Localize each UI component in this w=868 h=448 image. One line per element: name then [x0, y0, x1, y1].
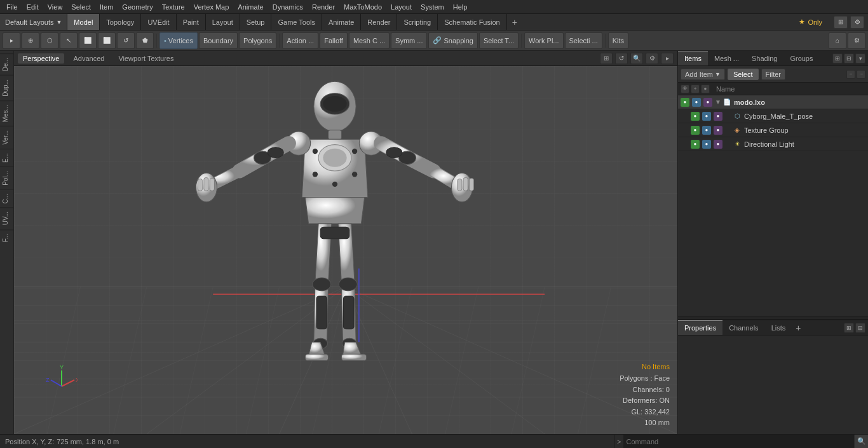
item-vis-modo3[interactable]: ● — [703, 98, 712, 107]
items-tab-mesh[interactable]: Mesh ... — [708, 51, 745, 65]
item-vis-texture[interactable]: ● — [691, 126, 700, 135]
props-tab-channels[interactable]: Channels — [722, 320, 764, 335]
menu-layout[interactable]: Layout — [387, 2, 416, 12]
list-item[interactable]: ● ● ● ⬡ Cyborg_Male_T_pose — [678, 109, 868, 123]
menu-system[interactable]: System — [417, 2, 448, 12]
menu-maxtomodo[interactable]: MaxToModo — [340, 2, 386, 12]
props-tab-properties[interactable]: Properties — [678, 320, 722, 335]
layout-tab-scripting[interactable]: Scripting — [397, 14, 438, 30]
toolbar-play-icon[interactable]: ▸ — [3, 32, 20, 49]
filter-button[interactable]: Filter — [761, 69, 785, 80]
toolbar-transform-icon[interactable]: ↖ — [60, 32, 78, 49]
viewport-zoom-icon[interactable]: 🔍 — [630, 53, 643, 64]
menu-select[interactable]: Select — [67, 2, 95, 12]
menu-item[interactable]: Item — [96, 2, 117, 12]
layout-tab-animate[interactable]: Animate — [322, 14, 361, 30]
action-btn[interactable]: Action ... — [282, 32, 318, 49]
viewport-canvas[interactable]: X Y Z No Items Polygons : Face Channels:… — [14, 66, 677, 434]
symm-btn[interactable]: Symm ... — [391, 32, 427, 49]
toolbar-home-icon[interactable]: ⌂ — [829, 32, 846, 49]
items-more-icon[interactable]: ▾ — [855, 53, 865, 64]
items-shrink-icon[interactable]: ⊟ — [844, 53, 854, 64]
col-render-icon[interactable]: ● — [701, 85, 710, 93]
items-minus-icon[interactable]: − — [846, 70, 855, 79]
toolbar-grid-icon[interactable]: ⊕ — [22, 32, 39, 49]
toolbar-select-icon[interactable]: ⬡ — [41, 32, 58, 49]
left-tab-e[interactable]: E... — [0, 149, 13, 166]
viewport-fit-icon[interactable]: ⊞ — [600, 53, 613, 64]
items-tab-groups[interactable]: Groups — [783, 51, 819, 65]
viewport-tab-textures[interactable]: Viewport Textures — [113, 53, 179, 64]
item-vis-texture3[interactable]: ● — [714, 126, 722, 135]
layout-tab-render[interactable]: Render — [361, 14, 397, 30]
menu-dynamics[interactable]: Dynamics — [269, 2, 307, 12]
command-input[interactable] — [623, 435, 854, 448]
menu-geometry[interactable]: Geometry — [118, 2, 156, 12]
menu-edit[interactable]: Edit — [23, 2, 43, 12]
select-button[interactable]: Select — [728, 69, 759, 80]
mesh-btn[interactable]: Mesh C ... — [349, 32, 390, 49]
layout-tab-paint[interactable]: Paint — [177, 14, 206, 30]
select-tool-btn[interactable]: Select T... — [479, 32, 519, 49]
list-item[interactable]: ● ● ● ☀ Directional Light — [678, 137, 868, 151]
viewport-tab-advanced[interactable]: Advanced — [68, 53, 109, 64]
layout-tab-topology[interactable]: Topology — [100, 14, 141, 30]
left-tab-ver[interactable]: Ver... — [0, 126, 13, 149]
layout-tab-schematic[interactable]: Schematic Fusion — [438, 14, 506, 30]
item-vis-light3[interactable]: ● — [714, 140, 722, 149]
maximize-icon[interactable]: ⊞ — [834, 16, 848, 29]
props-tab-lists[interactable]: Lists — [765, 320, 792, 335]
left-tab-c[interactable]: C... — [0, 189, 13, 208]
command-search-icon[interactable]: 🔍 — [854, 435, 868, 448]
col-lock-icon[interactable]: + — [691, 85, 700, 93]
layout-tab-model[interactable]: Model — [67, 14, 100, 30]
menu-texture[interactable]: Texture — [158, 2, 189, 12]
selecti-btn[interactable]: Selecti ... — [565, 32, 602, 49]
item-vis-cyborg[interactable]: ● — [691, 112, 700, 121]
item-expand-icon[interactable]: ▼ — [715, 98, 722, 105]
left-tab-de[interactable]: De... — [0, 53, 13, 75]
toolbar-config-icon[interactable]: ⚙ — [848, 32, 865, 49]
list-item[interactable]: ● ● ● ◈ Texture Group — [678, 123, 868, 137]
item-vis-light[interactable]: ● — [691, 140, 700, 149]
item-vis-light2[interactable]: ● — [702, 140, 711, 149]
items-tab-shading[interactable]: Shading — [745, 51, 783, 65]
viewport-refresh-icon[interactable]: ↺ — [615, 53, 628, 64]
left-tab-pol[interactable]: Pol... — [0, 166, 13, 189]
workplane-btn[interactable]: Work Pl... — [524, 32, 563, 49]
items-arrow-icon[interactable]: → — [857, 70, 865, 79]
menu-render[interactable]: Render — [308, 2, 339, 12]
list-item[interactable]: ● ● ● ▼ 📄 modo.lxo — [678, 95, 868, 109]
layout-add-button[interactable]: + — [507, 16, 522, 29]
menu-view[interactable]: View — [44, 2, 67, 12]
menu-animate[interactable]: Animate — [234, 2, 267, 12]
layout-tab-layout[interactable]: Layout — [206, 14, 240, 30]
toolbar-geo-icon[interactable]: ⬟ — [136, 32, 154, 49]
menu-help[interactable]: Help — [449, 2, 471, 12]
kits-btn[interactable]: Kits — [608, 32, 628, 49]
settings-icon[interactable]: ⚙ — [850, 16, 864, 29]
vertices-btn[interactable]: • Vertices — [159, 32, 198, 49]
layout-tab-game-tools[interactable]: Game Tools — [271, 14, 322, 30]
falloff-btn[interactable]: Falloff — [320, 32, 348, 49]
left-tab-dup[interactable]: Dup... — [0, 75, 13, 100]
item-vis-cyborg3[interactable]: ● — [714, 112, 722, 121]
layout-tab-uvedit[interactable]: UVEdit — [141, 14, 176, 30]
viewport-tab-perspective[interactable]: Perspective — [18, 53, 64, 64]
toolbar-rotate-icon[interactable]: ↺ — [117, 32, 135, 49]
item-vis-modo2[interactable]: ● — [692, 98, 701, 107]
left-tab-f[interactable]: F... — [0, 229, 13, 246]
items-expand-icon[interactable]: ⊞ — [832, 53, 843, 64]
viewport-settings-icon[interactable]: ⚙ — [646, 53, 658, 64]
layout-dropdown[interactable]: Default Layouts ▼ — [0, 14, 67, 30]
layout-tab-setup[interactable]: Setup — [240, 14, 272, 30]
snapping-btn[interactable]: 🔗 Snapping — [428, 32, 478, 49]
viewport-more-icon[interactable]: ▸ — [661, 53, 674, 64]
menu-file[interactable]: File — [3, 2, 22, 12]
star-only-button[interactable]: ★ Only — [794, 18, 827, 26]
left-tab-uv[interactable]: UV... — [0, 207, 13, 229]
polygons-btn[interactable]: Polygons — [239, 32, 276, 49]
item-vis-texture2[interactable]: ● — [702, 126, 711, 135]
props-expand-icon[interactable]: ⊞ — [844, 323, 854, 333]
items-tab-items[interactable]: Items — [678, 51, 708, 65]
